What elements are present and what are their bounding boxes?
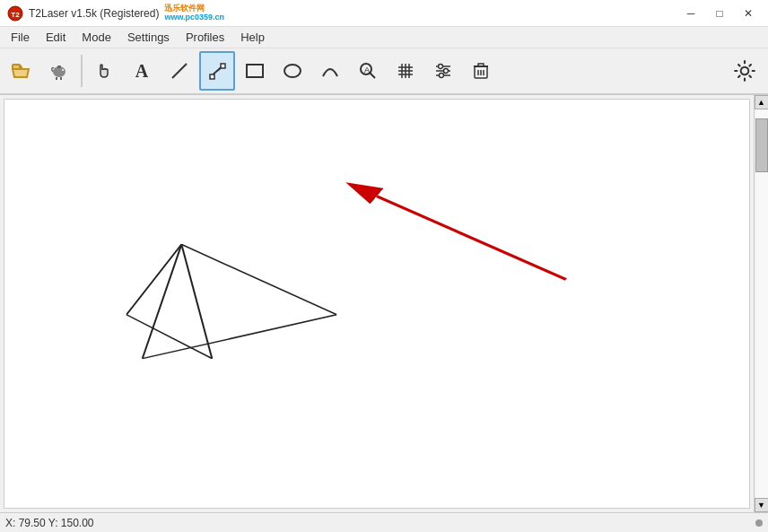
svg-text:T2: T2: [11, 11, 20, 19]
svg-line-39: [181, 244, 212, 358]
sliders-tool-button[interactable]: [425, 51, 461, 91]
svg-point-12: [284, 65, 301, 77]
svg-line-37: [127, 244, 181, 314]
scroll-track[interactable]: [755, 109, 768, 498]
svg-line-36: [143, 315, 336, 359]
svg-rect-10: [221, 64, 225, 68]
toolbar-separator-1: [81, 55, 83, 87]
svg-text:A: A: [364, 65, 370, 74]
arc-tool-button[interactable]: [312, 51, 348, 91]
menu-edit[interactable]: Edit: [39, 29, 73, 46]
toolbar: A A: [0, 48, 768, 95]
scroll-down-button[interactable]: ▼: [755, 498, 769, 512]
delete-tool-button[interactable]: [463, 51, 499, 91]
svg-point-25: [439, 65, 443, 69]
title-bar: T2 T2Laser v1.5k (Registered) 迅乐软件网 www.…: [0, 0, 768, 27]
minimize-button[interactable]: ─: [678, 4, 703, 22]
svg-rect-9: [210, 74, 214, 79]
svg-rect-11: [247, 65, 263, 77]
node-tool-button[interactable]: [199, 51, 235, 91]
scroll-up-button[interactable]: ▲: [755, 95, 769, 109]
menu-profiles[interactable]: Profiles: [179, 29, 231, 46]
drawing-canvas: [4, 100, 749, 508]
svg-line-34: [181, 244, 336, 314]
title-bar-left: T2 T2Laser v1.5k (Registered) 迅乐软件网 www.…: [7, 4, 224, 22]
line-tool-button[interactable]: [161, 51, 197, 91]
menu-settings[interactable]: Settings: [120, 29, 177, 46]
menu-mode[interactable]: Mode: [74, 29, 118, 46]
svg-point-33: [741, 67, 749, 75]
right-scrollbar: ▲ ▼: [754, 95, 768, 512]
text-tool-button[interactable]: A: [124, 51, 160, 91]
hand-tool-button[interactable]: [86, 51, 122, 91]
app-icon: T2: [7, 5, 23, 22]
status-indicator: [755, 519, 763, 527]
svg-line-35: [143, 244, 182, 358]
annotation-arrow: [4, 100, 749, 508]
rectangle-tool-button[interactable]: [237, 51, 273, 91]
watermark-line2: www.pc0359.cn: [164, 13, 224, 22]
svg-point-26: [444, 69, 449, 74]
canvas-area[interactable]: [4, 99, 750, 509]
svg-point-4: [62, 69, 64, 71]
svg-line-8: [172, 64, 187, 78]
text-tool-icon: A: [135, 61, 148, 82]
title-text: T2Laser v1.5k (Registered): [29, 7, 159, 20]
svg-line-41: [377, 196, 566, 280]
svg-rect-5: [57, 65, 61, 68]
svg-point-27: [440, 74, 444, 78]
coordinates-display: X: 79.50 Y: 150.00: [5, 517, 94, 529]
menu-file[interactable]: File: [4, 29, 37, 46]
watermark: 迅乐软件网 www.pc0359.cn: [164, 4, 224, 22]
status-bar: X: 79.50 Y: 150.00: [0, 512, 768, 532]
settings-gear-button[interactable]: [727, 51, 763, 91]
ellipse-tool-button[interactable]: [275, 51, 310, 91]
menu-bar: File Edit Mode Settings Profiles Help: [0, 27, 768, 48]
maximize-button[interactable]: □: [707, 4, 732, 22]
title-bar-controls: ─ □ ✕: [678, 4, 761, 22]
svg-line-14: [371, 74, 376, 79]
piggy-bank-button[interactable]: [41, 51, 77, 91]
main-area: ▲ ▼: [0, 95, 768, 512]
zoom-tool-button[interactable]: A: [350, 51, 386, 91]
grid-tool-button[interactable]: [388, 51, 423, 91]
open-file-button[interactable]: [4, 51, 39, 91]
menu-help[interactable]: Help: [233, 29, 272, 46]
scroll-thumb[interactable]: [755, 118, 768, 172]
svg-line-38: [127, 315, 212, 359]
close-button[interactable]: ✕: [736, 4, 761, 22]
